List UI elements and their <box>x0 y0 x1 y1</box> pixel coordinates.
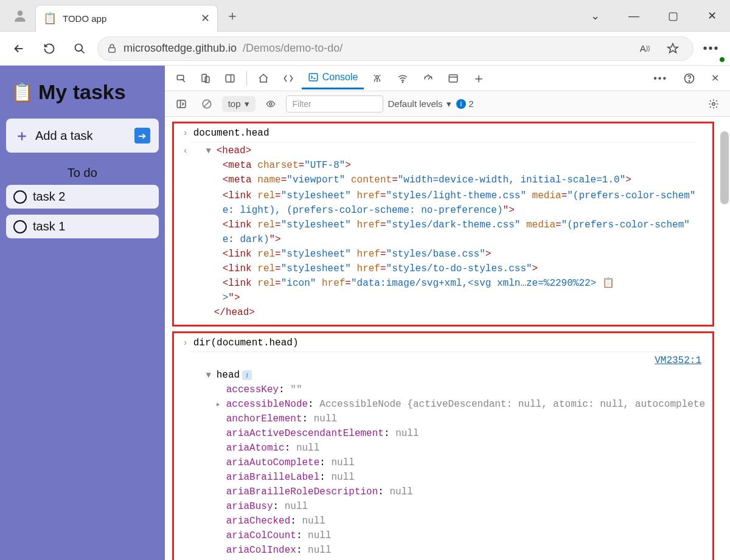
console-output[interactable]: ›document.head ‹▼<head> <meta charset="U… <box>165 117 730 560</box>
output-prompt-icon: ‹ <box>181 144 190 157</box>
checkbox-icon[interactable] <box>13 220 27 233</box>
input-prompt-icon: › <box>181 126 190 140</box>
sources-tab-icon[interactable] <box>365 67 389 89</box>
search-icon[interactable] <box>67 36 92 61</box>
info-icon[interactable]: i <box>242 370 252 380</box>
issues-counter[interactable]: i 2 <box>456 99 474 109</box>
dom-node[interactable]: e: light), (prefers-color-scheme: no-pre… <box>223 204 515 217</box>
close-icon[interactable]: ✕ <box>700 9 724 22</box>
dom-node[interactable]: >"> <box>223 291 240 305</box>
levels-label: Default levels <box>388 99 443 109</box>
url-path: /Demos/demo-to-do/ <box>243 42 342 55</box>
log-levels-picker[interactable]: Default levels ▾ <box>388 99 451 109</box>
tab-title: TODO app <box>63 13 195 24</box>
elements-tab-icon[interactable] <box>276 67 301 89</box>
inspect-icon[interactable] <box>170 67 193 89</box>
task-label: task 2 <box>33 190 65 204</box>
console-tab[interactable]: Console <box>302 67 364 89</box>
page-title: My tasks <box>38 80 126 104</box>
object-property[interactable]: ariaColIndex: null <box>226 544 332 557</box>
tab-close-icon[interactable]: ✕ <box>201 12 210 25</box>
object-property[interactable]: ariaChecked: null <box>226 514 325 528</box>
network-tab-icon[interactable] <box>391 67 415 89</box>
source-link[interactable]: VM2352:1 <box>655 354 701 367</box>
object-property[interactable]: ariaAtomic: null <box>226 441 320 455</box>
svg-rect-6 <box>226 75 234 82</box>
object-property[interactable]: anchorElement: null <box>226 412 337 426</box>
window-controls: ⌄ ― ▢ ✕ <box>583 0 724 32</box>
console-icon <box>308 72 319 83</box>
dom-node[interactable]: e: dark)"> <box>223 233 281 246</box>
scrollbar-thumb[interactable] <box>720 131 729 204</box>
task-item[interactable]: task 1 <box>6 215 159 238</box>
checkbox-icon[interactable] <box>13 190 27 204</box>
window-titlebar: 📋 TODO app ✕ ＋ ⌄ ― ▢ ✕ <box>0 0 730 32</box>
dom-node[interactable]: <meta charset="UTF-8"> <box>223 159 351 172</box>
minimize-icon[interactable]: ― <box>622 10 646 22</box>
device-emulation-icon[interactable] <box>194 67 217 89</box>
new-tab-button[interactable]: ＋ <box>221 5 243 27</box>
dock-icon[interactable] <box>218 67 242 89</box>
app-header: 📋 My tasks <box>6 72 159 119</box>
update-indicator-icon <box>719 57 725 63</box>
svg-rect-2 <box>109 47 116 52</box>
object-property[interactable]: ariaAutoComplete: null <box>226 456 355 469</box>
dom-node[interactable]: <link rel="stylesheet" href="styles/dark… <box>223 218 690 232</box>
clipboard-icon: 📋 <box>11 81 33 103</box>
add-task-label: Add a task <box>35 129 128 143</box>
section-heading-todo: To do <box>6 160 159 185</box>
expand-toggle-icon[interactable]: ▸ <box>214 398 223 411</box>
object-property[interactable]: accessibleNode: AccessibleNode {activeDe… <box>226 398 705 411</box>
filter-input[interactable]: Filter <box>286 95 383 112</box>
svg-point-0 <box>18 10 23 16</box>
application-tab-icon[interactable] <box>442 67 465 89</box>
object-property[interactable]: ariaBrailleRoleDescription: null <box>226 485 413 499</box>
dom-node[interactable]: <link rel="stylesheet" href="styles/base… <box>223 247 492 261</box>
execution-context-picker[interactable]: top ▾ <box>222 96 255 112</box>
svg-rect-14 <box>450 75 458 82</box>
dom-node[interactable]: <link rel="stylesheet" href="styles/ligh… <box>223 189 696 202</box>
object-property[interactable]: ariaActiveDescendantElement: null <box>226 427 419 440</box>
profile-avatar[interactable] <box>5 4 35 28</box>
highlight-box: ›document.head ‹▼<head> <meta charset="U… <box>172 122 714 327</box>
toggle-sidebar-icon[interactable] <box>171 95 192 113</box>
object-property[interactable]: ariaColCount: null <box>226 529 332 542</box>
more-tools-icon[interactable]: ••• <box>647 67 673 89</box>
welcome-tab-icon[interactable] <box>252 67 275 89</box>
add-tab-icon[interactable]: ＋ <box>466 67 492 89</box>
object-property[interactable]: accessKey: "" <box>226 383 302 396</box>
address-bar[interactable]: microsoftedge.github.io/Demos/demo-to-do… <box>97 36 693 61</box>
input-prompt-icon: › <box>181 336 190 350</box>
settings-menu-icon[interactable]: ••• <box>698 36 724 61</box>
read-aloud-icon[interactable]: A)) <box>633 37 656 60</box>
task-label: task 1 <box>33 220 65 233</box>
performance-tab-icon[interactable] <box>416 67 440 89</box>
refresh-button[interactable] <box>36 36 62 61</box>
live-expression-icon[interactable] <box>260 95 281 113</box>
dom-node[interactable]: <link rel="icon" href="data:image/svg+xm… <box>223 277 620 290</box>
svg-rect-4 <box>202 74 207 81</box>
add-task-card[interactable]: ＋ Add a task ➔ <box>6 119 159 153</box>
svg-point-12 <box>403 81 404 83</box>
help-icon[interactable] <box>677 67 701 89</box>
dom-node[interactable]: <head> <box>217 144 252 157</box>
favorite-icon[interactable] <box>661 37 684 60</box>
devtools-panel: Console ＋ ••• ✕ top ▾ Filter <box>165 66 730 560</box>
maximize-icon[interactable]: ▢ <box>661 9 685 22</box>
expand-toggle-icon[interactable]: ▼ <box>204 144 213 157</box>
chevron-down-icon[interactable]: ⌄ <box>583 9 607 22</box>
object-property[interactable]: ariaBrailleLabel: null <box>226 471 355 484</box>
back-button[interactable] <box>6 36 32 61</box>
browser-tab[interactable]: 📋 TODO app ✕ <box>35 5 218 32</box>
console-settings-icon[interactable] <box>703 95 724 113</box>
object-label: headi <box>217 368 252 382</box>
dom-node[interactable]: <link rel="stylesheet" href="styles/to-d… <box>223 262 538 275</box>
object-property[interactable]: ariaBusy: null <box>226 500 308 513</box>
submit-arrow-icon[interactable]: ➔ <box>134 128 150 143</box>
svg-line-21 <box>204 101 209 106</box>
dom-node[interactable]: <meta name="viewport" content="width=dev… <box>223 173 631 187</box>
expand-toggle-icon[interactable]: ▼ <box>204 368 213 382</box>
task-item[interactable]: task 2 <box>6 185 159 209</box>
clear-console-icon[interactable] <box>196 95 217 113</box>
devtools-close-icon[interactable]: ✕ <box>705 67 725 89</box>
